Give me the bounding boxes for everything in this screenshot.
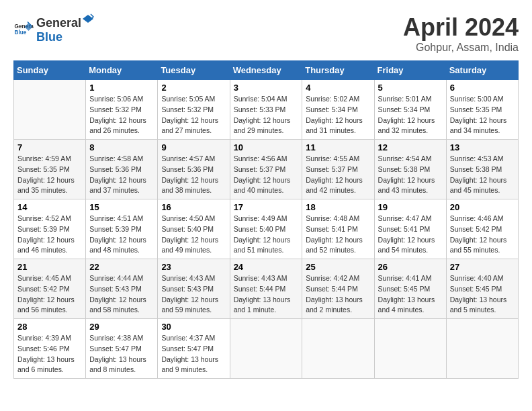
calendar-table: SundayMondayTuesdayWednesdayThursdayFrid… (13, 60, 519, 379)
day-number: 17 (234, 202, 299, 212)
day-number: 14 (17, 202, 82, 212)
calendar-cell: 25Sunrise: 4:42 AM Sunset: 5:44 PM Dayli… (302, 259, 374, 319)
day-info: Sunrise: 4:53 AM Sunset: 5:38 PM Dayligh… (450, 154, 515, 196)
day-number: 13 (450, 142, 515, 152)
day-info: Sunrise: 4:46 AM Sunset: 5:42 PM Dayligh… (450, 214, 515, 256)
calendar-cell (374, 319, 446, 379)
day-info: Sunrise: 5:01 AM Sunset: 5:34 PM Dayligh… (378, 94, 443, 136)
calendar-cell: 7Sunrise: 4:59 AM Sunset: 5:35 PM Daylig… (14, 140, 86, 199)
day-number: 11 (306, 142, 370, 152)
day-number: 28 (17, 322, 82, 332)
calendar-cell: 14Sunrise: 4:52 AM Sunset: 5:39 PM Dayli… (14, 199, 86, 259)
calendar-cell: 26Sunrise: 4:41 AM Sunset: 5:45 PM Dayli… (374, 259, 446, 319)
logo-general-text: General (36, 16, 81, 30)
day-number: 29 (89, 322, 154, 332)
calendar-cell: 8Sunrise: 4:58 AM Sunset: 5:36 PM Daylig… (86, 140, 158, 199)
day-header-monday: Monday (86, 61, 158, 80)
calendar-cell: 30Sunrise: 4:37 AM Sunset: 5:47 PM Dayli… (158, 319, 230, 379)
day-number: 30 (161, 322, 226, 332)
day-number: 18 (306, 202, 370, 212)
calendar-header-row: SundayMondayTuesdayWednesdayThursdayFrid… (14, 61, 519, 80)
day-info: Sunrise: 4:57 AM Sunset: 5:36 PM Dayligh… (161, 154, 226, 196)
day-header-tuesday: Tuesday (158, 61, 230, 80)
day-number: 6 (450, 83, 515, 93)
day-info: Sunrise: 4:47 AM Sunset: 5:41 PM Dayligh… (378, 214, 443, 256)
logo-icon: General Blue (13, 19, 34, 39)
calendar-cell: 23Sunrise: 4:43 AM Sunset: 5:43 PM Dayli… (158, 259, 230, 319)
calendar-cell: 17Sunrise: 4:49 AM Sunset: 5:40 PM Dayli… (230, 199, 302, 259)
day-number: 8 (89, 142, 154, 152)
day-number: 16 (161, 202, 226, 212)
day-number: 1 (89, 83, 154, 93)
calendar-cell: 4Sunrise: 5:02 AM Sunset: 5:34 PM Daylig… (302, 80, 374, 140)
day-header-sunday: Sunday (14, 61, 86, 80)
page-header: General Blue General Blue April 2024 Goh… (13, 13, 519, 54)
calendar-cell: 19Sunrise: 4:47 AM Sunset: 5:41 PM Dayli… (374, 199, 446, 259)
location-title: Gohpur, Assam, India (403, 42, 519, 54)
day-info: Sunrise: 4:38 AM Sunset: 5:47 PM Dayligh… (89, 333, 154, 375)
day-number: 2 (161, 83, 226, 93)
day-number: 21 (17, 262, 82, 272)
calendar-cell (14, 80, 86, 140)
calendar-cell: 21Sunrise: 4:45 AM Sunset: 5:42 PM Dayli… (14, 259, 86, 319)
calendar-cell: 18Sunrise: 4:48 AM Sunset: 5:41 PM Dayli… (302, 199, 374, 259)
day-info: Sunrise: 4:45 AM Sunset: 5:42 PM Dayligh… (17, 273, 82, 316)
calendar-cell (302, 319, 374, 379)
day-info: Sunrise: 4:42 AM Sunset: 5:44 PM Dayligh… (306, 273, 370, 316)
day-info: Sunrise: 4:58 AM Sunset: 5:36 PM Dayligh… (89, 154, 154, 196)
calendar-cell: 3Sunrise: 5:04 AM Sunset: 5:33 PM Daylig… (230, 80, 302, 140)
calendar-cell: 29Sunrise: 4:38 AM Sunset: 5:47 PM Dayli… (86, 319, 158, 379)
day-header-wednesday: Wednesday (230, 61, 302, 80)
day-info: Sunrise: 5:00 AM Sunset: 5:35 PM Dayligh… (450, 94, 515, 136)
day-number: 19 (378, 202, 443, 212)
calendar-cell (230, 319, 302, 379)
day-number: 9 (161, 142, 226, 152)
calendar-cell (446, 319, 518, 379)
calendar-cell: 6Sunrise: 5:00 AM Sunset: 5:35 PM Daylig… (446, 80, 518, 140)
week-row-4: 21Sunrise: 4:45 AM Sunset: 5:42 PM Dayli… (14, 259, 519, 319)
day-header-friday: Friday (374, 61, 446, 80)
calendar-cell: 27Sunrise: 4:40 AM Sunset: 5:45 PM Dayli… (446, 259, 518, 319)
day-header-thursday: Thursday (302, 61, 374, 80)
day-number: 15 (89, 202, 154, 212)
month-title: April 2024 (403, 13, 519, 42)
day-number: 26 (378, 262, 443, 272)
week-row-1: 1Sunrise: 5:06 AM Sunset: 5:32 PM Daylig… (14, 80, 519, 140)
day-info: Sunrise: 4:43 AM Sunset: 5:43 PM Dayligh… (161, 273, 226, 316)
day-number: 4 (306, 83, 370, 93)
day-info: Sunrise: 4:50 AM Sunset: 5:40 PM Dayligh… (161, 214, 226, 256)
calendar-cell: 2Sunrise: 5:05 AM Sunset: 5:32 PM Daylig… (158, 80, 230, 140)
day-number: 22 (89, 262, 154, 272)
day-info: Sunrise: 5:06 AM Sunset: 5:32 PM Dayligh… (89, 94, 154, 136)
calendar-cell: 1Sunrise: 5:06 AM Sunset: 5:32 PM Daylig… (86, 80, 158, 140)
day-number: 24 (234, 262, 299, 272)
title-block: April 2024 Gohpur, Assam, India (403, 13, 519, 54)
day-info: Sunrise: 4:49 AM Sunset: 5:40 PM Dayligh… (234, 214, 299, 256)
calendar-cell: 9Sunrise: 4:57 AM Sunset: 5:36 PM Daylig… (158, 140, 230, 199)
day-number: 25 (306, 262, 370, 272)
calendar-cell: 16Sunrise: 4:50 AM Sunset: 5:40 PM Dayli… (158, 199, 230, 259)
day-header-saturday: Saturday (446, 61, 518, 80)
day-number: 20 (450, 202, 515, 212)
calendar-cell: 12Sunrise: 4:54 AM Sunset: 5:38 PM Dayli… (374, 140, 446, 199)
day-info: Sunrise: 4:43 AM Sunset: 5:44 PM Dayligh… (234, 273, 299, 316)
calendar-cell: 13Sunrise: 4:53 AM Sunset: 5:38 PM Dayli… (446, 140, 518, 199)
day-number: 27 (450, 262, 515, 272)
calendar-cell: 5Sunrise: 5:01 AM Sunset: 5:34 PM Daylig… (374, 80, 446, 140)
day-info: Sunrise: 4:51 AM Sunset: 5:39 PM Dayligh… (89, 214, 154, 256)
calendar-cell: 15Sunrise: 4:51 AM Sunset: 5:39 PM Dayli… (86, 199, 158, 259)
week-row-3: 14Sunrise: 4:52 AM Sunset: 5:39 PM Dayli… (14, 199, 519, 259)
day-info: Sunrise: 4:41 AM Sunset: 5:45 PM Dayligh… (378, 273, 443, 316)
day-info: Sunrise: 5:05 AM Sunset: 5:32 PM Dayligh… (161, 94, 226, 136)
calendar-cell: 20Sunrise: 4:46 AM Sunset: 5:42 PM Dayli… (446, 199, 518, 259)
day-number: 12 (378, 142, 443, 152)
day-info: Sunrise: 5:04 AM Sunset: 5:33 PM Dayligh… (234, 94, 299, 136)
svg-text:Blue: Blue (15, 30, 27, 36)
calendar-cell: 10Sunrise: 4:56 AM Sunset: 5:37 PM Dayli… (230, 140, 302, 199)
day-info: Sunrise: 4:44 AM Sunset: 5:43 PM Dayligh… (89, 273, 154, 316)
day-number: 10 (234, 142, 299, 152)
day-info: Sunrise: 4:48 AM Sunset: 5:41 PM Dayligh… (306, 214, 370, 256)
day-info: Sunrise: 4:52 AM Sunset: 5:39 PM Dayligh… (17, 214, 82, 256)
week-row-2: 7Sunrise: 4:59 AM Sunset: 5:35 PM Daylig… (14, 140, 519, 199)
day-info: Sunrise: 4:59 AM Sunset: 5:35 PM Dayligh… (17, 154, 82, 196)
